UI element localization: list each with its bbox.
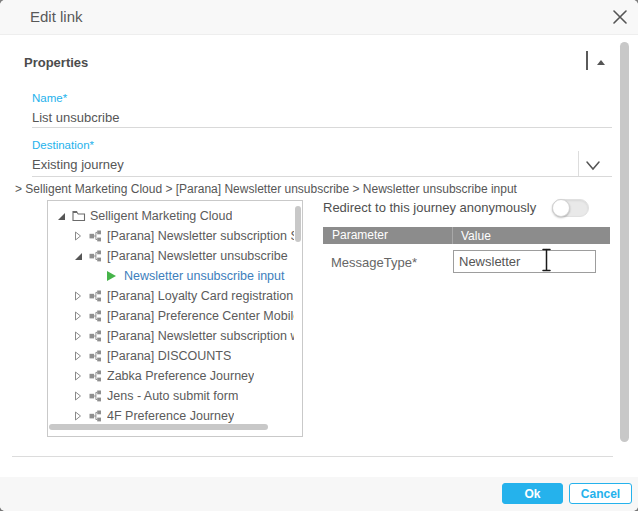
caret-expanded-icon[interactable] <box>57 210 70 222</box>
tree-item[interactable]: 4F Preference Journey <box>48 406 294 426</box>
caret-expanded-icon[interactable] <box>74 250 87 262</box>
name-field-underline <box>32 127 612 128</box>
dialog-title: Edit link <box>30 8 83 25</box>
journey-tree: Selligent Marketing Cloud[Parana] Newsle… <box>48 206 294 426</box>
parameters-table: Parameter Value MessageType* <box>323 227 610 274</box>
caret-collapsed-icon[interactable] <box>74 410 87 422</box>
tree-item-label: Selligent Marketing Cloud <box>90 209 232 223</box>
parameters-table-header: Parameter Value <box>323 227 610 244</box>
destination-underline <box>32 176 612 177</box>
section-divider <box>586 51 588 70</box>
redirect-anonymous-label: Redirect to this journey anonymously <box>323 200 536 215</box>
dialog-scrollbar[interactable] <box>620 42 629 442</box>
tree-item[interactable]: Newsletter unsubscribe input <box>48 266 294 286</box>
journey-icon <box>89 370 104 383</box>
tree-item[interactable]: [Parana] Preference Center Mobile <box>48 306 294 326</box>
destination-dropdown[interactable]: Existing journey <box>32 157 124 172</box>
tree-horizontal-scrollbar[interactable] <box>49 424 268 430</box>
journey-icon <box>89 290 104 303</box>
journey-icon <box>89 330 104 343</box>
play-icon <box>106 270 121 283</box>
tree-item-label: [Parana] Newsletter unsubscribe <box>107 249 288 263</box>
parameter-name: MessageType* <box>331 255 417 270</box>
tree-item[interactable]: [Parana] DISCOUNTS <box>48 346 294 366</box>
journey-icon <box>89 410 104 423</box>
tree-item-label: [Parana] Newsletter subscription Site <box>107 229 294 243</box>
destination-field-label: Destination* <box>32 139 94 151</box>
table-row: MessageType* <box>323 244 610 274</box>
caret-collapsed-icon[interactable] <box>74 390 87 402</box>
anonymous-toggle[interactable] <box>552 199 589 217</box>
tree-item-label: [Parana] Loyalty Card registration <box>107 289 293 303</box>
dialog-footer: Ok Cancel <box>0 477 638 511</box>
chevron-down-icon[interactable] <box>585 158 603 172</box>
journey-tree-panel: Selligent Marketing Cloud[Parana] Newsle… <box>47 200 303 437</box>
tree-item[interactable]: [Parana] Newsletter unsubscribe <box>48 246 294 266</box>
folder-icon <box>72 210 87 223</box>
tree-item-label: Zabka Preference Journey <box>107 369 254 383</box>
close-icon[interactable] <box>610 7 630 27</box>
tree-item-label: 4F Preference Journey <box>107 409 234 423</box>
tree-item-label: Jens - Auto submit form <box>107 389 238 403</box>
tree-item[interactable]: [Parana] Newsletter subscription Site <box>48 226 294 246</box>
tree-item[interactable]: [Parana] Newsletter subscription web <box>48 326 294 346</box>
caret-collapsed-icon[interactable] <box>74 290 87 302</box>
journey-icon <box>89 230 104 243</box>
cancel-button[interactable]: Cancel <box>569 483 632 504</box>
tree-item-label: [Parana] Preference Center Mobile <box>107 309 294 323</box>
dialog-titlebar: Edit link <box>0 0 638 35</box>
toggle-knob <box>552 199 570 217</box>
tree-item[interactable]: Jens - Auto submit form <box>48 386 294 406</box>
breadcrumb: > Selligent Marketing Cloud > [Parana] N… <box>15 182 615 196</box>
collapse-section-icon[interactable] <box>597 60 605 65</box>
caret-collapsed-icon[interactable] <box>74 310 87 322</box>
caret-collapsed-icon[interactable] <box>74 230 87 242</box>
ok-button[interactable]: Ok <box>502 483 563 504</box>
destination-dropdown-separator <box>578 151 579 176</box>
journey-icon <box>89 310 104 323</box>
caret-collapsed-icon[interactable] <box>74 330 87 342</box>
journey-icon <box>89 390 104 403</box>
edit-link-dialog: Edit link Properties Name* List unsubcri… <box>0 0 638 511</box>
journey-icon <box>89 250 104 263</box>
caret-spacer <box>91 270 104 282</box>
name-field-label: Name* <box>32 92 67 104</box>
tree-item-label: [Parana] Newsletter subscription web <box>107 329 294 343</box>
tree-vertical-scrollbar[interactable] <box>295 206 301 242</box>
tree-item[interactable]: [Parana] Loyalty Card registration <box>48 286 294 306</box>
caret-collapsed-icon[interactable] <box>74 370 87 382</box>
tree-item[interactable]: Zabka Preference Journey <box>48 366 294 386</box>
tree-item[interactable]: Selligent Marketing Cloud <box>48 206 294 226</box>
properties-section-title: Properties <box>24 55 88 70</box>
name-field[interactable]: List unsubcribe <box>32 110 119 125</box>
tree-item-label: Newsletter unsubscribe input <box>124 269 285 283</box>
tree-item-label: [Parana] DISCOUNTS <box>107 349 231 363</box>
footer-divider <box>12 456 613 457</box>
caret-collapsed-icon[interactable] <box>74 350 87 362</box>
parameter-value-input[interactable] <box>453 250 596 273</box>
value-column-header: Value <box>453 229 491 243</box>
parameter-column-header: Parameter <box>323 227 453 244</box>
journey-icon <box>89 350 104 363</box>
